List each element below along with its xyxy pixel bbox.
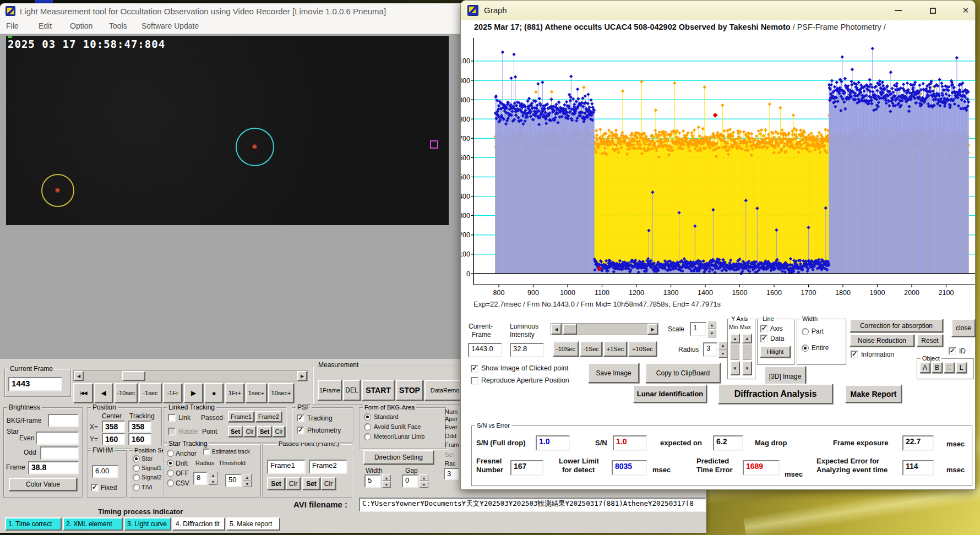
radio-csv[interactable]: [167, 479, 174, 487]
stop-button[interactable]: STOP: [396, 380, 423, 401]
bkg-gap-spinner[interactable]: ▲▼: [420, 474, 428, 488]
rotate-checkbox[interactable]: [168, 428, 176, 435]
scale-field[interactable]: 1: [690, 322, 706, 336]
scroll-left-arrow-icon[interactable]: ◀: [74, 371, 84, 381]
plus-1sec-button[interactable]: 1sec+: [246, 383, 267, 403]
frame-exposure-field[interactable]: 22.7: [902, 435, 934, 451]
expected-on-field[interactable]: 6.2: [713, 435, 743, 451]
scroll-right-arrow-icon[interactable]: ▶: [297, 371, 307, 381]
light-curve-chart[interactable]: 0100200300400500600700800900100011008009…: [461, 32, 976, 300]
data-checkbox[interactable]: [760, 335, 768, 342]
radio-signal2[interactable]: [133, 474, 140, 481]
frame-scrollbar-thumb[interactable]: [122, 371, 145, 381]
radio-star[interactable]: [133, 455, 140, 462]
linked-frame2-button[interactable]: Frame2: [255, 411, 282, 422]
current-frame-value[interactable]: 1443: [8, 377, 62, 391]
psf-tracking-checkbox[interactable]: [297, 414, 304, 422]
frame-scrollbar[interactable]: ◀ ▶: [73, 370, 308, 381]
object-l-button[interactable]: L: [956, 362, 967, 373]
id-checkbox[interactable]: [949, 347, 956, 355]
radio-signal1[interactable]: [133, 465, 140, 472]
graph-title-bar[interactable]: Graph: [461, 1, 975, 20]
object-c-button[interactable]: C: [944, 362, 955, 373]
direction-setting-button[interactable]: Direction Setting: [363, 450, 434, 465]
object-b-button[interactable]: B: [932, 362, 943, 373]
sn-full-drop-field[interactable]: 1.0: [536, 435, 570, 451]
scroll-right-arrow-icon[interactable]: ▶: [647, 324, 658, 335]
passed-frame2-field[interactable]: Frame2: [309, 460, 347, 474]
passed-clr2-button[interactable]: Clr: [321, 477, 336, 490]
del-button[interactable]: DEL: [343, 380, 361, 401]
information-checkbox[interactable]: [851, 351, 858, 358]
x-tracking-field[interactable]: 358: [128, 421, 151, 433]
hilight-button[interactable]: Hilight: [760, 346, 791, 358]
scroll-left-arrow-icon[interactable]: ◀: [551, 324, 562, 335]
lower-limit-field[interactable]: 8035: [612, 460, 647, 476]
menu-tools[interactable]: Tools: [109, 21, 127, 30]
menu-edit[interactable]: Edit: [39, 21, 52, 30]
rewind-start-button[interactable]: |◀◀: [73, 383, 93, 403]
sn-field[interactable]: 1.0: [613, 435, 647, 451]
y-center-field[interactable]: 160: [102, 433, 125, 445]
play-button[interactable]: ▶: [184, 383, 203, 403]
correction-absorption-button[interactable]: Correction for absorption: [850, 319, 943, 332]
copy-clipboard-button[interactable]: Copy to ClipBoard: [645, 363, 721, 383]
y-max-down-button[interactable]: ▼: [742, 361, 752, 375]
plus-1frame-button[interactable]: 1Fr+: [225, 383, 244, 403]
linked-set1-button[interactable]: Set: [228, 426, 243, 437]
radio-tivi[interactable]: [133, 484, 140, 491]
graph-radius-field[interactable]: 3: [703, 342, 717, 357]
minimize-icon[interactable]: [889, 4, 907, 17]
linked-frame1-button[interactable]: Frame1: [228, 411, 254, 422]
tracking-radius-field[interactable]: 8: [193, 472, 208, 485]
close-icon[interactable]: [956, 4, 975, 17]
aperture-square-magenta[interactable]: [430, 140, 438, 149]
threshold-spinner[interactable]: ▲▼: [243, 474, 252, 487]
star-even-field[interactable]: [36, 432, 79, 445]
start-button[interactable]: START: [362, 380, 395, 401]
link-checkbox[interactable]: [168, 414, 176, 422]
y-min-down-button[interactable]: ▼: [730, 361, 740, 375]
y-tracking-field[interactable]: 160: [128, 433, 151, 445]
bkg-width-spinner[interactable]: ▲▼: [382, 474, 391, 488]
lunar-identification-button[interactable]: Lunar Identification: [633, 385, 707, 403]
axis-checkbox[interactable]: [760, 325, 768, 332]
menu-software-update[interactable]: Software Update: [141, 21, 199, 30]
fwhm-fixed-checkbox[interactable]: [91, 484, 99, 492]
star-odd-field[interactable]: [40, 446, 79, 460]
minus-10sec-button[interactable]: -10sec: [115, 383, 138, 403]
diffraction-analysis-button[interactable]: Diffraction Analysis: [718, 384, 833, 404]
save-image-button[interactable]: Save Image: [588, 363, 639, 383]
y-min-track[interactable]: [731, 345, 739, 360]
minus-1sec-button[interactable]: -1Sec: [580, 341, 602, 357]
radio-anchor[interactable]: [167, 450, 174, 457]
passed-set1-button[interactable]: Set: [267, 477, 285, 490]
menu-file[interactable]: File: [6, 21, 19, 30]
reset-button[interactable]: Reset: [917, 334, 943, 347]
radius-spinner[interactable]: ▲▼: [718, 341, 727, 358]
passed-clr1-button[interactable]: Clr: [286, 477, 301, 490]
radio-avoid-sunlit[interactable]: [364, 423, 371, 430]
linked-clr2-button[interactable]: Clr: [273, 426, 285, 437]
reproduce-aperture-checkbox[interactable]: [471, 377, 478, 385]
radio-standard[interactable]: [364, 413, 371, 421]
luminous-intensity-field[interactable]: 32.8: [510, 343, 544, 357]
bkg-width-field[interactable]: 5: [364, 474, 381, 488]
linked-clr1-button[interactable]: Clr: [243, 426, 256, 437]
y-max-track[interactable]: [743, 345, 752, 360]
y-max-up-button[interactable]: ▲: [742, 334, 752, 343]
make-report-button[interactable]: Make Report: [845, 385, 902, 403]
minus-1sec-button[interactable]: -1sec: [139, 383, 162, 403]
plus-10sec-button[interactable]: +10Sec: [628, 341, 657, 357]
measure-1frame-button[interactable]: 1Frame: [318, 380, 342, 401]
show-image-checkbox[interactable]: [471, 365, 478, 373]
expected-error-field[interactable]: 114: [902, 460, 934, 476]
graph-current-frame-field[interactable]: 1443.0: [468, 343, 502, 357]
frame-brightness-field[interactable]: 38.8: [28, 461, 79, 474]
radio-meteor-limb[interactable]: [364, 433, 371, 440]
fresnel-field[interactable]: 167: [510, 460, 543, 476]
step-back-button[interactable]: ◀: [94, 383, 113, 403]
clipped-value-field[interactable]: 3: [444, 468, 459, 480]
plus-10sec-button[interactable]: 10sec+: [268, 383, 294, 403]
radio-entire[interactable]: [802, 345, 809, 352]
